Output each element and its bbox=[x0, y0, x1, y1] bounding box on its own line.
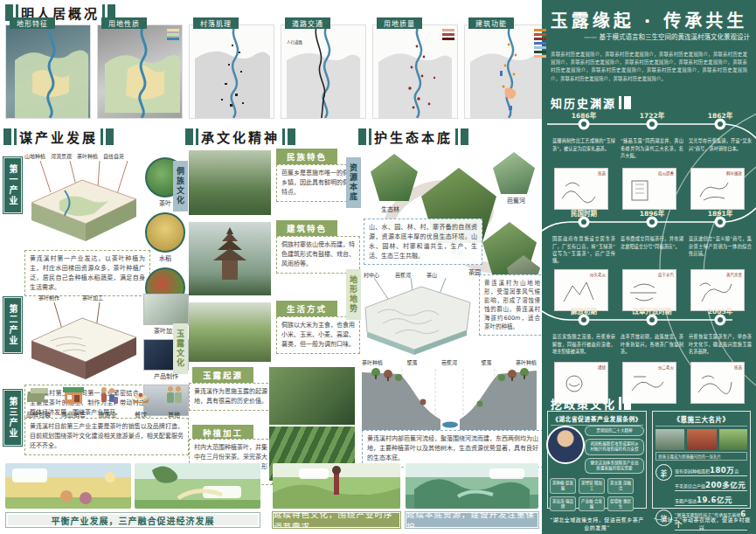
map-landuse: 用地性质 bbox=[97, 24, 183, 119]
section-label: 聚落 bbox=[481, 358, 491, 366]
history-timeline: 1686年 1722年 1862年 蓝耀尚制作出工艺成熟的“玉绿茶”，被认定为官… bbox=[542, 110, 756, 404]
map-terrain: 地形特征 bbox=[5, 24, 91, 119]
timeline-year: 1722年 bbox=[621, 110, 683, 120]
analysis-maps: 地形特征 用地性质 村落肌理 bbox=[5, 24, 550, 119]
section-label: 茶叶种植 bbox=[516, 358, 537, 366]
sketch-drawing bbox=[625, 174, 669, 205]
ethnic-photo bbox=[189, 150, 271, 215]
landscape-photo bbox=[655, 429, 684, 450]
process-sketch: 蒸汽杀青 bbox=[690, 269, 745, 311]
icon-tourism: 旅游业 bbox=[96, 385, 119, 419]
process-sketch: 扇干水汽 bbox=[622, 269, 676, 311]
map-label: 用地质量 bbox=[377, 17, 422, 29]
map-legend bbox=[167, 29, 179, 40]
map-road-note: 人行道路 bbox=[287, 39, 302, 45]
map-graphic bbox=[190, 25, 274, 118]
icon-dining: 餐饮 bbox=[129, 385, 152, 419]
culture-text: 侗族村寨依山傍水而建，特色建筑形式有鼓楼、戏台、风雨桥等。 bbox=[276, 236, 360, 274]
icon-brand-packaging: 品牌包装 bbox=[26, 385, 51, 419]
tab-dong-culture: 侗族文化 bbox=[173, 161, 188, 212]
item-rice: 水稻 bbox=[145, 212, 185, 262]
map-building-function: 建筑功能 bbox=[464, 24, 550, 119]
timeline-text: 蓝书鼎成立同福茶行，并在湖北襄阳设立分号“同福茶庄”。 bbox=[621, 235, 683, 250]
policy-chip: 茶经营 精加工 bbox=[579, 478, 605, 494]
tab-primary-industry: 第一产业 bbox=[3, 157, 22, 213]
policy-regulation-box: 《湖北省促进茶产业发展条例》 贯彻党的二十大精神 巩固拓展脱贫攻坚成果同乡村振兴… bbox=[547, 411, 647, 509]
map-label: 村落肌理 bbox=[193, 17, 239, 29]
timeline-text: 蓝庆波创立“蓝义顺”商号，集杂货土特产营销为一体的综合性店铺。 bbox=[689, 235, 752, 257]
process-sketch: 拣选 bbox=[554, 168, 608, 210]
mingpian-heading: 《恩施三大名片》 bbox=[655, 414, 747, 427]
aerial-village-photo bbox=[269, 367, 355, 425]
culture-title: 承文化精神 bbox=[185, 128, 295, 146]
map-land-quality: 用地质量 bbox=[372, 24, 458, 119]
illustration-economy-2 bbox=[135, 463, 260, 509]
icon-retail-shop: 商品销售 bbox=[61, 385, 86, 419]
terrain-diagram: 村中心 芭蕉河 茶山 bbox=[360, 271, 475, 355]
timeline-text: 芭蕉恢复玉露茶生产，举办茶叶文化节，确定振兴恩施玉露名茶品牌。 bbox=[689, 333, 752, 355]
lifestyle-photo bbox=[189, 302, 271, 362]
illustration-economy-1 bbox=[5, 463, 131, 509]
map-label: 建筑功能 bbox=[468, 17, 514, 29]
sketch-drawing bbox=[557, 275, 600, 307]
culture-tag: 民族特色 bbox=[276, 149, 337, 164]
regulation-quote: “湖北全域政策支持，促进芭蕉乡茶产业的发展” bbox=[547, 516, 647, 531]
ecology-bottom-text: 黄连溪村内部芭蕉河流经，聚落围绕河流而建，东西两侧均为山地，主要种植茶叶以及其他… bbox=[362, 430, 544, 468]
policy-pill: 贯彻党的二十大精神 bbox=[585, 426, 644, 436]
timeline-text: “臻品玉露”同西湖龙井、黄山毛峰并列为清代三大名茶，名声大振。 bbox=[621, 137, 683, 159]
panel-title: 玉露缘起 · 传承共生 bbox=[542, 7, 756, 32]
policy-pill: 巩固拓展脱贫攻坚成果同乡村振兴有效衔接的有力支撑 bbox=[585, 439, 644, 454]
tab-yulu-culture: 玉露文化 bbox=[173, 323, 188, 374]
map-graphic bbox=[6, 25, 90, 118]
map-label: 地形特征 bbox=[10, 17, 55, 29]
section-culture: 承文化精神 侗族文化 玉露文化 民族特色 芭蕉乡是恩施市唯一的侗族乡镇，因此具有… bbox=[185, 122, 357, 461]
section-industry: 谋产业发展 第一产业 山地种植 河流景观 茶叶种植 自给自足 bbox=[2, 122, 185, 461]
policy-chip: 产业融 合发展 bbox=[579, 496, 605, 512]
timeline-year: 1686年 bbox=[552, 110, 615, 120]
policy-chip: 促增收 惠民生 bbox=[607, 496, 634, 512]
right-panel: 玉露缘起 · 传承共生 —— 基于模式语言和三生空间的黄连溪村落文化景观设计 黄… bbox=[542, 0, 756, 534]
culture-title-text: 承文化精神 bbox=[201, 128, 280, 146]
section-overview: 明人居概况 地形特征 用地性质 bbox=[0, 0, 542, 122]
timeline-year: 解放初期 bbox=[552, 306, 615, 316]
mingpian-box: 《恩施三大名片》 恩施玉露成为恩施最闪亮的一张名片 茶 现有茶园种植面积180万… bbox=[652, 411, 751, 509]
primary-diagram: 山地种植 河流景观 茶叶种植 自给自足 bbox=[24, 152, 142, 243]
icon-others: 其他 bbox=[163, 385, 185, 419]
timeline-year: 1891年 bbox=[689, 208, 752, 218]
sketch-drawing bbox=[693, 368, 737, 399]
process-sketch: 焙火提香 bbox=[622, 168, 676, 210]
mingpian-photos bbox=[655, 429, 747, 450]
map-village-texture: 村落肌理 bbox=[189, 24, 274, 119]
section-label: 芭蕉河 bbox=[441, 358, 457, 366]
map-label: 用地性质 bbox=[101, 17, 147, 29]
timeline-year: 1896年 bbox=[621, 208, 683, 218]
policy-pill: 健全法治体系保障茶产业高质量发展的现实需要 bbox=[585, 458, 644, 474]
tertiary-icons: 品牌包装 商品销售 旅游业 餐饮 其他 bbox=[26, 385, 185, 419]
leader-photo bbox=[546, 426, 585, 464]
process-sketch: 炒头毛火 bbox=[554, 269, 608, 311]
tea-mountain-photo bbox=[719, 429, 747, 450]
drum-tower-graphic bbox=[189, 222, 271, 295]
culture-tag: 生活方式 bbox=[276, 301, 337, 316]
stat-line: 干毛茶综合产值200多亿元 bbox=[675, 479, 747, 491]
panel-intro: 黄联系村历史发展简介，黄联系村历史发展简介，黄联系村历史发展简介，黄联系村历史发… bbox=[551, 51, 747, 83]
tab-tertiary-industry: 第三产业 bbox=[3, 390, 22, 446]
policy-title-text: 挖政策文化 bbox=[551, 395, 616, 412]
tab-secondary-industry: 第二产业 bbox=[3, 297, 22, 353]
culture-tag: 建筑特色 bbox=[276, 220, 337, 236]
panel-subtitle: —— 基于模式语言和三生空间的黄连溪村落文化景观设计 bbox=[549, 31, 750, 41]
resource-text: 山、水、园、林、村、寨齐备的自然资源，资源本底丰厚的优良生态环境。山水、园林、村… bbox=[364, 218, 482, 265]
section-label: 聚落 bbox=[406, 358, 417, 366]
sketch-drawing bbox=[693, 174, 737, 205]
policy-chip: 茶种植 促发展 bbox=[550, 478, 576, 494]
regulation-heading: 《湖北省促进茶产业发展条例》 bbox=[551, 414, 643, 426]
map-roads: 道路交通 人行道路 bbox=[281, 24, 366, 119]
industry-title: 谋产业发展 bbox=[3, 128, 114, 146]
policy-chip: 茶文旅 深融合 bbox=[607, 478, 634, 494]
architecture-photo bbox=[189, 222, 271, 295]
stat-line: 现有茶园种植面积180万亩 bbox=[675, 464, 747, 476]
policy-chip: 茶出海 强品牌 bbox=[550, 496, 576, 512]
culture-tag: 玉露起源 bbox=[192, 367, 253, 383]
history-title-text: 知历史渊源 bbox=[551, 94, 616, 111]
sketch-drawing bbox=[557, 174, 600, 205]
